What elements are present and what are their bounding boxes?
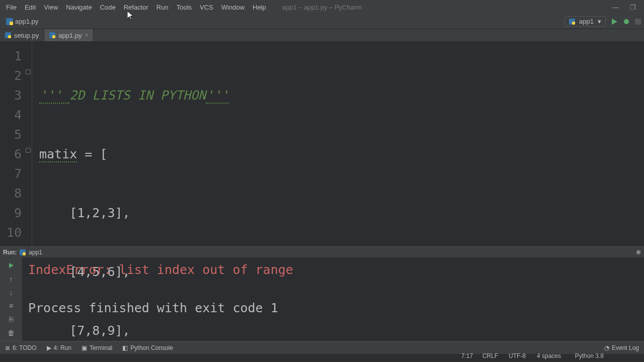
code-text: ''' [39, 88, 69, 104]
line-number: 3 [0, 85, 22, 105]
python-file-icon [569, 19, 575, 25]
line-number: 4 [0, 105, 22, 125]
line-number: 7 [0, 164, 22, 184]
tab-setup-py[interactable]: setup.py [0, 29, 44, 41]
python-file-icon [6, 18, 13, 25]
debug-button[interactable] [623, 18, 630, 25]
run-toolwindow-button[interactable]: ▶ 4: Run [42, 344, 76, 351]
python-file-icon [20, 249, 26, 255]
line-number: 6 [0, 144, 22, 164]
fold-icon[interactable] [26, 69, 31, 74]
todo-button[interactable]: ≣ 6: TODO [0, 344, 42, 351]
svg-rect-8 [8, 35, 11, 38]
list-icon: ≣ [5, 344, 10, 351]
console-output[interactable]: IndexError: list index out of range Proc… [22, 257, 644, 341]
menu-bar: File Edit View Navigate Code Refactor Ru… [0, 0, 644, 14]
line-number: 1 [0, 46, 22, 66]
line-number: 10 [0, 223, 22, 242]
code-text: 2D LISTS IN PYTHON [69, 88, 206, 103]
menu-refactor[interactable]: Refactor [120, 2, 152, 13]
svg-marker-13 [9, 263, 14, 268]
menu-help[interactable]: Help [249, 2, 270, 13]
run-button[interactable] [611, 18, 618, 25]
run-label: 4: Run [54, 344, 71, 351]
indent-indicator[interactable]: 4 spaces [532, 352, 566, 359]
svg-rect-6 [635, 19, 641, 25]
code-text: [1,2,3], [39, 206, 130, 220]
python-file-icon [5, 32, 11, 38]
code-editor[interactable]: 1 2 3 4 5 6 7 8 9 10 ''' 2D LISTS IN PYT… [0, 41, 644, 246]
chevron-down-icon: ▾ [598, 18, 601, 25]
interpreter-indicator[interactable]: Python 3.8 [570, 352, 609, 359]
line-number: 2 [0, 66, 22, 85]
menu-edit[interactable]: Edit [21, 2, 40, 13]
terminal-button[interactable]: ▣ Terminal [76, 344, 117, 351]
menu-run[interactable]: Run [152, 2, 173, 13]
gear-icon[interactable]: ✼ [636, 249, 641, 256]
console-icon: ◧ [122, 344, 128, 351]
maximize-icon[interactable]: ❐ [630, 4, 636, 11]
fold-icon[interactable] [26, 148, 31, 153]
run-tool-body: ↑ ↓ ≡ ⎘ 🗑 IndexError: list index out of … [0, 257, 644, 341]
exit-line: Process finished with exit code 1 [28, 299, 638, 318]
run-tool-title: Run: [3, 249, 17, 256]
breadcrumb[interactable]: app1.py [3, 17, 41, 26]
python-file-icon [49, 32, 55, 38]
pyconsole-label: Python Console [130, 344, 173, 351]
run-config-label: app1 [579, 18, 594, 25]
trash-icon[interactable]: 🗑 [6, 327, 17, 338]
bell-icon: ◔ [604, 344, 609, 351]
run-tool-config: app1 [29, 249, 42, 256]
caret-position[interactable]: 7:17 [456, 352, 478, 359]
up-arrow-icon[interactable]: ↑ [6, 274, 17, 285]
window-controls: — ❐ ✕ [606, 4, 642, 11]
line-number: 9 [0, 203, 22, 223]
toolbar: app1.py app1 ▾ [0, 14, 644, 29]
event-log-button[interactable]: ◔ Event Log [599, 344, 644, 351]
line-number: 5 [0, 125, 22, 144]
terminal-label: Terminal [90, 344, 112, 351]
svg-rect-12 [23, 252, 26, 255]
code-text: ''' [206, 88, 228, 104]
code-text: matix [39, 147, 77, 162]
encoding-indicator[interactable]: UTF-8 [504, 352, 531, 359]
run-config-selector[interactable]: app1 ▾ [565, 16, 606, 27]
svg-rect-3 [572, 22, 575, 25]
tab-label: app1.py [58, 32, 82, 39]
editor-tabs: setup.py app1.py × [0, 29, 644, 41]
menu-navigate[interactable]: Navigate [62, 2, 96, 13]
tab-label: setup.py [14, 32, 39, 39]
code-area[interactable]: ''' 2D LISTS IN PYTHON''' matix = [ [1,2… [32, 41, 644, 246]
todo-label: 6: TODO [13, 344, 37, 351]
terminal-icon: ▣ [82, 344, 87, 351]
menu-file[interactable]: File [2, 2, 21, 13]
menu-tools[interactable]: Tools [173, 2, 196, 13]
minimize-icon[interactable]: — [612, 4, 619, 11]
wrap-icon[interactable]: ≡ [6, 301, 17, 311]
menu-code[interactable]: Code [96, 2, 120, 13]
stop-button[interactable] [635, 19, 641, 25]
play-icon: ▶ [47, 344, 51, 351]
svg-marker-4 [612, 19, 617, 25]
window-title: app1 – app1.py – PyCharm [282, 4, 362, 11]
menu-window[interactable]: Window [217, 2, 249, 13]
code-text: = [ [77, 147, 107, 161]
line-gutter: 1 2 3 4 5 6 7 8 9 10 [0, 41, 32, 246]
python-console-button[interactable]: ◧ Python Console [117, 344, 178, 351]
menu-view[interactable]: View [40, 2, 62, 13]
down-arrow-icon[interactable]: ↓ [6, 287, 17, 298]
tab-app1-py[interactable]: app1.py × [44, 29, 94, 41]
print-icon[interactable]: ⎘ [6, 314, 17, 325]
rerun-button[interactable] [6, 260, 17, 271]
cursor-icon [127, 11, 134, 20]
line-number: 8 [0, 184, 22, 203]
run-tool-gutter: ↑ ↓ ≡ ⎘ 🗑 [0, 257, 22, 341]
breadcrumb-label: app1.py [15, 18, 38, 25]
svg-rect-1 [10, 22, 13, 25]
eol-indicator[interactable]: CRLF [477, 352, 503, 359]
svg-rect-10 [52, 35, 55, 38]
menu-vcs[interactable]: VCS [196, 2, 217, 13]
svg-marker-14 [127, 11, 133, 20]
close-tab-icon[interactable]: × [85, 32, 88, 39]
error-line: IndexError: list index out of range [28, 260, 638, 280]
